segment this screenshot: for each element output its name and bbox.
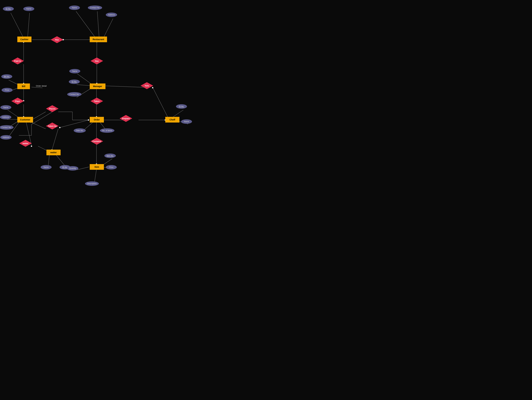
relation-takes: Takes [90,98,103,104]
attr-bill-price: Price [2,88,13,92]
relation-pays: Pays [11,98,24,104]
attr-customer-name: Name [0,105,11,110]
attr-cheff-idno: ID No. [176,104,187,109]
relation-has2: Has [90,58,103,65]
entity-cheff: Cheff [165,117,179,123]
er-diagram: Cashier Restaurant Bill Manager Customer… [0,0,266,200]
relation-taken-by: Taken by [46,123,58,129]
entity-customer: Customer [17,117,33,123]
svg-line-1 [28,13,30,38]
attr-manager-idno: ID No. [69,79,80,84]
svg-line-27 [32,112,52,124]
attr-manager-contact: Contact No. [67,92,82,97]
attr-item-description: Description [85,181,99,186]
svg-point-71 [152,87,153,88]
attr-bill-order-detail: Order detail [36,85,47,87]
attr-waiter-name: Name [41,165,52,169]
svg-point-75 [59,127,60,128]
relation-has1: Has [51,36,63,43]
attr-customer-address1: Address [0,115,11,119]
attr-cheff-name: Name [181,119,192,124]
relation-places: Places [46,105,58,112]
relation-paid-to: Paid to [11,58,24,65]
attr-cashier-idno: ID No. [3,6,14,11]
attr-customer-contact: Contact No. [0,125,13,130]
entity-manager: Manager [90,84,105,89]
connections-svg [0,0,266,200]
svg-line-16 [32,87,43,88]
attr-restaurant-name: Name [69,6,80,10]
entity-restaurant: Restaurant [90,37,107,42]
svg-line-4 [76,11,96,38]
svg-line-23 [32,112,46,120]
attr-item-price: Price [106,165,117,169]
attr-restaurant-address: Address [106,13,117,17]
attr-manager-name: Name [69,69,80,73]
svg-line-6 [103,19,113,39]
entity-cashier: Cashier [17,37,32,42]
attr-order-items: No. of items [100,128,114,133]
relation-prepare: Prepare [120,115,132,122]
entity-order: Order [90,117,104,123]
attr-restaurant-contact: Contact No. [88,6,102,10]
svg-line-39 [95,169,96,183]
relation-waiter: waiter [19,140,32,147]
svg-line-41 [52,129,58,150]
attr-cashier-name: Name [23,6,34,11]
svg-line-0 [11,13,24,38]
attr-item-no: Item No. [104,154,116,158]
attr-order-no: Oder No. [74,128,86,133]
svg-line-5 [97,11,99,38]
relation-tells: Tells [140,82,153,89]
svg-line-38 [77,167,89,170]
svg-line-42 [60,120,89,128]
svg-line-40 [31,122,46,129]
svg-point-63 [88,119,89,121]
entity-waiter: waiter [46,150,61,155]
svg-line-51 [104,86,146,87]
entity-bill: Bill [17,84,30,89]
svg-line-52 [153,87,168,118]
attr-bill-no: Bill No. [1,74,12,79]
attr-item-quantity: Quantity [67,166,78,171]
entity-item: Item [90,164,104,170]
relation-contains: Contains [90,138,103,145]
attr-customer-address2: Address [0,135,12,140]
svg-point-74 [31,146,32,147]
